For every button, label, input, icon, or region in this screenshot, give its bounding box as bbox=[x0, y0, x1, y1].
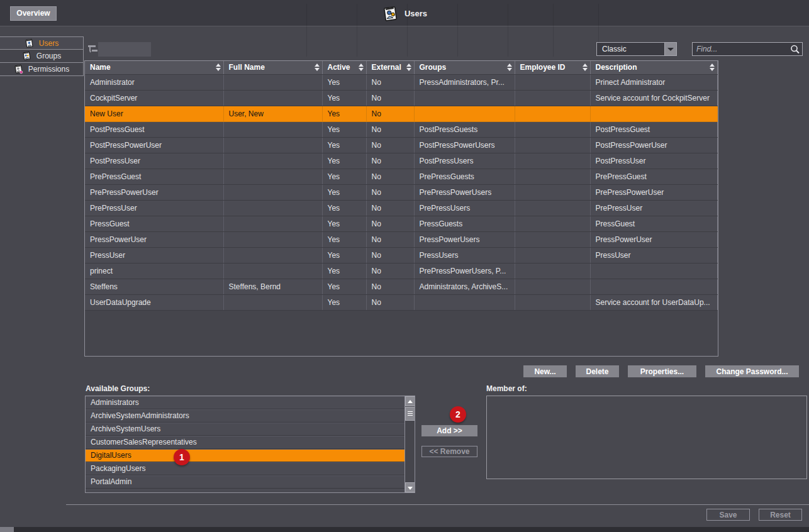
table-cell: PrePressGuest bbox=[590, 169, 717, 184]
table-row[interactable]: PostPressPowerUserYesNoPostPressPowerUse… bbox=[85, 137, 717, 153]
table-cell: No bbox=[366, 184, 414, 200]
add-button[interactable]: Add >> bbox=[421, 425, 477, 436]
column-header-label: External bbox=[372, 63, 401, 72]
table-cell bbox=[223, 90, 322, 106]
table-cell bbox=[515, 74, 590, 90]
table-cell: Yes bbox=[322, 279, 366, 294]
table-row[interactable]: SteffensSteffens, BerndYesNoAdministrato… bbox=[85, 279, 717, 294]
table-row[interactable]: AdministratorYesNoPressAdministrators, P… bbox=[85, 74, 717, 90]
table-cell bbox=[223, 216, 322, 231]
column-header-full-name[interactable]: Full Name bbox=[223, 61, 322, 74]
change-password-button[interactable]: Change Password... bbox=[705, 365, 799, 377]
new-button[interactable]: New... bbox=[523, 365, 567, 377]
column-header-name[interactable]: Name bbox=[85, 61, 223, 74]
table-cell: PostPressPowerUser bbox=[85, 137, 223, 153]
table-cell: Yes bbox=[322, 74, 366, 90]
filter-input[interactable] bbox=[98, 42, 151, 57]
table-cell: No bbox=[366, 106, 414, 121]
available-groups-list[interactable]: AdministratorsArchiveSystemAdministrator… bbox=[85, 396, 415, 493]
table-cell bbox=[223, 200, 322, 216]
member-of-list[interactable] bbox=[486, 396, 807, 479]
column-header-groups[interactable]: Groups bbox=[414, 61, 515, 74]
table-cell: PrePressUser bbox=[590, 200, 717, 216]
table-cell: Yes bbox=[322, 137, 366, 153]
list-item[interactable]: PortalAdmin bbox=[86, 475, 406, 489]
column-header-label: Full Name bbox=[229, 63, 265, 72]
page-title: Users bbox=[404, 9, 427, 18]
list-item[interactable]: ArchiveSystemUsers bbox=[86, 423, 406, 436]
reset-button[interactable]: Reset bbox=[759, 509, 802, 521]
permissions-card-icon bbox=[14, 64, 23, 74]
sidebar-item-label: Users bbox=[39, 39, 59, 48]
sort-icon bbox=[710, 64, 715, 71]
column-header-active[interactable]: Active bbox=[322, 61, 366, 74]
table-cell: PrePressUsers bbox=[414, 200, 515, 216]
table-row[interactable]: PressGuestYesNoPressGuestsPressGuest bbox=[85, 216, 717, 231]
table-cell: PrePressUser bbox=[85, 200, 223, 216]
table-row[interactable]: CockpitServerYesNoService account for Co… bbox=[85, 90, 717, 106]
overview-button[interactable]: Overview bbox=[10, 6, 57, 21]
table-row[interactable]: PrePressUserYesNoPrePressUsersPrePressUs… bbox=[85, 200, 717, 216]
list-item[interactable]: DigitalUsers bbox=[86, 449, 406, 462]
sidebar-item-groups[interactable]: Groups bbox=[0, 50, 84, 63]
table-cell: PrePressPowerUser bbox=[85, 184, 223, 200]
find-input[interactable] bbox=[693, 43, 788, 55]
table-row[interactable]: PressPowerUserYesNoPressPowerUsersPressP… bbox=[85, 231, 717, 247]
toolbar-separator bbox=[508, 4, 508, 57]
table-cell bbox=[515, 231, 590, 247]
list-item[interactable]: Administrators bbox=[86, 396, 406, 409]
table-cell: Administrators, ArchiveS... bbox=[414, 279, 515, 294]
table-cell: PressPowerUser bbox=[85, 231, 223, 247]
sort-icon bbox=[315, 64, 320, 71]
list-item[interactable]: PackagingUsers bbox=[86, 462, 406, 475]
column-header-label: Description bbox=[596, 63, 637, 72]
table-row[interactable]: PrePressGuestYesNoPrePressGuestsPrePress… bbox=[85, 169, 717, 184]
magnifier-icon[interactable] bbox=[789, 44, 800, 55]
table-row[interactable]: prinectYesNoPrePressPowerUsers, P... bbox=[85, 263, 717, 279]
table-cell bbox=[223, 169, 322, 184]
table-row[interactable]: PostPressUserYesNoPostPressUsersPostPres… bbox=[85, 153, 717, 169]
table-cell: No bbox=[366, 74, 414, 90]
delete-button[interactable]: Delete bbox=[576, 365, 619, 377]
table-cell: PrePressPowerUsers, P... bbox=[414, 263, 515, 279]
scroll-up-icon[interactable] bbox=[405, 396, 415, 406]
list-item[interactable]: ArchiveSystemAdministrators bbox=[86, 409, 406, 423]
table-cell bbox=[223, 153, 322, 169]
table-cell: No bbox=[366, 121, 414, 137]
table-cell: PostPressUser bbox=[590, 153, 717, 169]
table-cell: No bbox=[366, 294, 414, 310]
groups-scrollbar[interactable] bbox=[404, 396, 415, 492]
column-header-description[interactable]: Description bbox=[590, 61, 717, 74]
scroll-down-icon[interactable] bbox=[405, 482, 415, 492]
table-cell: No bbox=[366, 90, 414, 106]
table-cell: Steffens bbox=[85, 279, 223, 294]
column-header-label: Name bbox=[90, 63, 111, 72]
table-cell: Yes bbox=[322, 200, 366, 216]
column-header-external[interactable]: External bbox=[366, 61, 414, 74]
table-cell: PressGuest bbox=[85, 216, 223, 231]
column-header-employee-id[interactable]: Employee ID bbox=[515, 61, 590, 74]
table-cell: PrePressPowerUser bbox=[590, 184, 717, 200]
table-cell bbox=[223, 263, 322, 279]
table-row[interactable]: UserDataUpgradeYesNoService account for … bbox=[85, 294, 717, 310]
properties-button[interactable]: Properties... bbox=[628, 365, 696, 377]
save-button[interactable]: Save bbox=[706, 509, 750, 521]
sort-icon bbox=[359, 64, 364, 71]
table-cell bbox=[515, 153, 590, 169]
hierarchy-filter-icon[interactable] bbox=[87, 44, 99, 54]
table-cell: PrePressPowerUsers bbox=[414, 184, 515, 200]
table-row[interactable]: PrePressPowerUserYesNoPrePressPowerUsers… bbox=[85, 184, 717, 200]
available-groups-label: Available Groups: bbox=[86, 384, 150, 393]
list-item[interactable]: CustomerSalesRepresentatives bbox=[86, 436, 406, 449]
view-mode-select[interactable]: Classic bbox=[596, 42, 677, 56]
table-cell bbox=[515, 106, 590, 121]
table-row[interactable]: PostPressGuestYesNoPostPressGuestsPostPr… bbox=[85, 121, 717, 137]
table-cell: Yes bbox=[322, 231, 366, 247]
sidebar-item-permissions[interactable]: Permissions bbox=[0, 63, 84, 76]
table-cell bbox=[223, 74, 322, 90]
remove-button[interactable]: << Remove bbox=[421, 446, 477, 457]
sidebar-item-users[interactable]: Users bbox=[0, 36, 84, 50]
table-row[interactable]: New UserUser, NewYesNo bbox=[85, 106, 717, 121]
table-row[interactable]: PressUserYesNoPressUsersPressUser bbox=[85, 247, 717, 263]
scrollbar-thumb[interactable] bbox=[405, 407, 415, 421]
